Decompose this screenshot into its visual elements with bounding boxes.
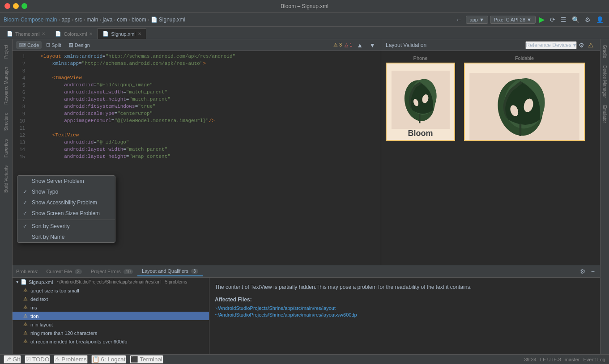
window-controls[interactable]	[4, 3, 27, 9]
refresh-button[interactable]: ⟳	[548, 15, 557, 24]
device-dropdown[interactable]: Pixel C API 28 ▼	[490, 16, 536, 24]
warning-icon: ⚠	[23, 313, 28, 319]
tab-icon: 📄	[55, 31, 61, 37]
problem-item-2[interactable]: ⚠ ms	[13, 303, 209, 312]
logcat-button[interactable]: 📋 6: Logcat	[91, 355, 127, 364]
problem-text: ms	[30, 305, 37, 310]
close-icon[interactable]: ✕	[89, 31, 93, 36]
tab-layout-qualifiers[interactable]: Layout and Qualifiers 3	[137, 267, 203, 276]
problem-text: ded text	[30, 296, 48, 302]
menu-item-sort-by-name[interactable]: Sort by Name	[17, 232, 115, 242]
breadcrumb-item-6[interactable]: bloom	[132, 17, 146, 23]
problem-item-4[interactable]: ⚠ n in layout	[13, 320, 209, 329]
foldable-label: Foldable	[515, 55, 534, 61]
left-sidebar: Project Resource Manager Structure Favor…	[0, 39, 13, 354]
menu-item-show-screen-sizes[interactable]: ✓ Show Screen Sizes Problem	[17, 208, 115, 219]
problem-item-0[interactable]: ⚠ target size is too small	[13, 286, 209, 295]
prev-error-button[interactable]: ▲	[355, 41, 365, 50]
warning-icon: ⚠	[23, 305, 28, 310]
status-bar: ⎇ Git ☑ TODO ⚠ Problems 📋 6: Logcat ⬛ Te…	[0, 354, 609, 364]
problems-detail: The content of TextView is partially hid…	[209, 278, 600, 354]
sidebar-item-favorites[interactable]: Favorites	[2, 135, 10, 161]
collapse-button[interactable]: −	[589, 267, 596, 276]
file-row[interactable]: ▾ 📄 Signup.xml ~/AndroidStudioProjects/S…	[13, 278, 209, 286]
menu-item-show-typo[interactable]: ✓ Show Typo	[17, 186, 115, 197]
breadcrumb-item-0[interactable]: Bloom-Compose-main	[4, 17, 57, 23]
settings-button[interactable]: ⚙	[583, 15, 592, 24]
problem-item-3[interactable]: ⚠ tton	[13, 312, 209, 320]
menu-button[interactable]: ☰	[559, 15, 568, 24]
close-button[interactable]	[4, 3, 10, 9]
split-view-button[interactable]: ⊞ Split	[43, 41, 64, 49]
sidebar-item-emulator[interactable]: Emulator	[601, 102, 609, 127]
breadcrumb-item-2[interactable]: src	[75, 17, 82, 23]
problems-label: Problems:	[16, 269, 38, 274]
tab-colorsxml[interactable]: 📄 Colors.xml ✕	[50, 28, 98, 39]
close-icon[interactable]: ✕	[138, 31, 141, 36]
menu-item-sort-by-severity[interactable]: ✓ Sort by Severity	[17, 221, 115, 232]
maximize-button[interactable]	[21, 3, 27, 9]
detail-text: The content of TextView is partially hid…	[215, 283, 595, 291]
tab-project-errors[interactable]: Project Errors 10	[86, 267, 137, 276]
app-dropdown[interactable]: app ▼	[466, 16, 488, 24]
split-icon: ⊞	[46, 42, 50, 48]
code-line: 13 android:id="@+id/logo"	[13, 139, 381, 146]
code-line: 8 android:fitSystemWindows="true"	[13, 103, 381, 110]
affected-file-link-0[interactable]: ~/AndroidStudioProjects/Shrine/app/src/m…	[215, 305, 595, 311]
chevron-down-icon: ▼	[479, 17, 484, 22]
problems-status-button[interactable]: ⚠ Problems	[54, 355, 87, 364]
tab-label: Colors.xml	[64, 31, 87, 37]
event-log-button[interactable]: Event Log	[583, 357, 605, 362]
minimize-button[interactable]	[13, 3, 19, 9]
close-icon[interactable]: ✕	[42, 31, 45, 36]
problems-list: ▾ 📄 Signup.xml ~/AndroidStudioProjects/S…	[13, 278, 209, 354]
preview-content: Phone	[381, 51, 600, 265]
tab-current-file[interactable]: Current File 2	[42, 267, 86, 276]
sidebar-item-resource-manager[interactable]: Resource Manager	[2, 63, 10, 108]
git-button[interactable]: ⎇ Git	[4, 355, 21, 364]
breadcrumb-item-3[interactable]: main	[86, 17, 98, 23]
sidebar-item-project[interactable]: Project	[2, 41, 10, 62]
menu-item-show-accessibility[interactable]: ✓ Show Accessibility Problem	[17, 197, 115, 208]
breadcrumb-item-5[interactable]: com	[117, 17, 127, 23]
run-button[interactable]: ▶	[537, 14, 546, 25]
code-view-button[interactable]: ⌨ Code	[16, 41, 42, 49]
nav-bar: Bloom-Compose-main › app › src › main › …	[0, 13, 609, 27]
layout-qualifiers-badge: 3	[191, 269, 198, 274]
menu-label: Show Accessibility Problem	[32, 199, 97, 206]
sidebar-item-structure[interactable]: Structure	[2, 109, 10, 135]
breadcrumb-item-1[interactable]: app	[61, 17, 70, 23]
breadcrumb-item-4[interactable]: java	[102, 17, 112, 23]
problem-item-1[interactable]: ⚠ ded text	[13, 295, 209, 303]
profile-button[interactable]: 👤	[594, 15, 605, 24]
design-view-button[interactable]: 🖼 Design	[66, 42, 93, 49]
sidebar-item-device-manager[interactable]: Device Manager	[601, 62, 609, 102]
settings-icon[interactable]: ⚙	[577, 41, 586, 50]
nav-right: ← app ▼ Pixel C API 28 ▼ ▶ ⟳ ☰ 🔍 ⚙ 👤	[454, 14, 605, 25]
filter-button[interactable]: ⚙	[578, 267, 588, 276]
menu-label: Show Screen Sizes Problem	[32, 210, 100, 216]
next-error-button[interactable]: ▼	[367, 41, 377, 50]
tab-signupxml[interactable]: 📄 Signup.xml ✕	[98, 28, 146, 39]
code-line: 12 <TextView	[13, 131, 381, 139]
terminal-button[interactable]: ⬛ Terminal	[130, 355, 163, 364]
todo-button[interactable]: ☑ TODO	[25, 355, 50, 364]
tab-icon: 📄	[102, 31, 109, 37]
sidebar-item-build-variants[interactable]: Build Variants	[2, 162, 10, 196]
device-label: Pixel C API 28	[494, 17, 525, 22]
plant-image-phone	[390, 71, 451, 129]
warning-icon: ⚠	[23, 322, 28, 327]
sidebar-item-gradle[interactable]: Gradle	[601, 41, 609, 62]
code-line: 2 xmlns:app="http://schemas.android.com/…	[13, 60, 381, 67]
affected-file-link-1[interactable]: ~/AndroidStudioProjects/Shrine/app/src/m…	[215, 312, 595, 317]
search-button[interactable]: 🔍	[570, 15, 581, 24]
warning-icon[interactable]: ⚠	[586, 41, 596, 50]
back-button[interactable]: ←	[454, 15, 464, 24]
right-sidebar: Gradle Device Manager Emulator	[600, 39, 609, 354]
problem-item-6[interactable]: ⚠ ot recommended for breakpoints over 60…	[13, 337, 209, 346]
tab-themexml[interactable]: 📄 Theme.xml ✕	[2, 28, 50, 39]
breadcrumb-item-7[interactable]: Signup.xml	[159, 17, 185, 23]
reference-devices-button[interactable]: Reference Devices ▾	[525, 41, 577, 49]
menu-item-show-server-problem[interactable]: Show Server Problem	[17, 176, 115, 186]
problem-item-5[interactable]: ⚠ ning more than 120 characters	[13, 329, 209, 337]
